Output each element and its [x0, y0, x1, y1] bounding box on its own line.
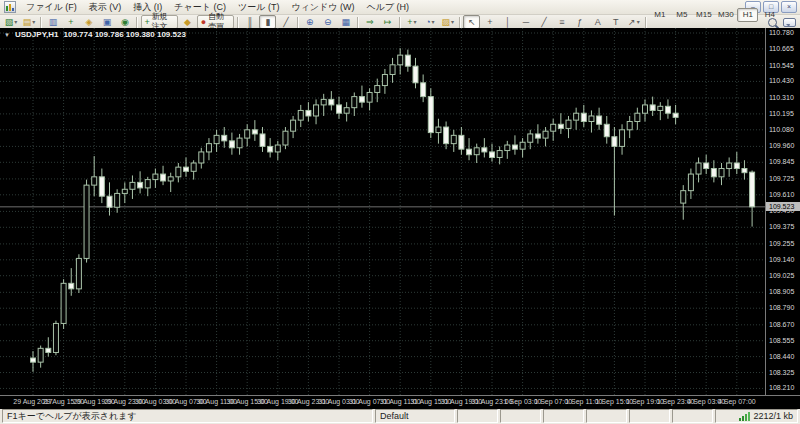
chart-shift-icon: ↦	[384, 17, 392, 27]
price-axis[interactable]: 110.780110.665110.545110.430110.310110.1…	[765, 28, 800, 395]
status-profile[interactable]: Default	[375, 409, 455, 423]
tile-windows-icon: ▦	[342, 17, 351, 27]
text-button[interactable]: A	[589, 15, 606, 29]
templates-button[interactable]: ▨▾	[439, 15, 456, 29]
horizontal-line-button[interactable]: ─	[517, 15, 534, 29]
chart-symbol-period: USDJPY,H1	[15, 30, 59, 39]
collapse-icon[interactable]: ▼	[4, 32, 10, 38]
dropdown-caret-icon: ▾	[637, 17, 640, 27]
menu-tools[interactable]: ツール (T)	[232, 0, 285, 15]
chart-ohlc-values: 109.774 109.786 109.380 109.523	[64, 30, 186, 39]
price-axis-label: 110.310	[769, 94, 794, 101]
status-cell-empty	[457, 409, 498, 423]
profiles-icon: ▤	[23, 17, 32, 27]
price-axis-label: 108.790	[769, 304, 794, 311]
market-watch-button[interactable]: ▥	[45, 15, 62, 29]
price-axis-label: 109.610	[769, 191, 794, 198]
strategy-tester-icon: ◉	[121, 17, 129, 27]
crosshair-icon: +	[487, 17, 492, 27]
toolbar-separator	[399, 17, 401, 28]
price-axis-label: 109.725	[769, 175, 794, 182]
bar-chart-icon: ║	[247, 17, 253, 27]
horizontal-line-icon: ─	[523, 17, 529, 27]
bar-chart-button[interactable]: ║	[241, 15, 258, 29]
vertical-line-icon: │	[505, 17, 511, 27]
candlestick-chart[interactable]	[0, 28, 765, 395]
data-window-button[interactable]: +	[63, 15, 80, 29]
timeframe-m5-button[interactable]: M5	[671, 8, 692, 22]
price-axis-label: 110.780	[769, 29, 794, 36]
toolbar-separator	[136, 17, 138, 28]
dropdown-caret-icon: ▾	[451, 17, 454, 27]
market-watch-icon: ▥	[49, 17, 58, 27]
connection-signal-icon	[739, 411, 750, 421]
price-axis-label: 109.960	[769, 142, 794, 149]
fibonacci-button[interactable]: ƒ	[571, 15, 588, 29]
candlestick-chart-icon: ▮	[265, 17, 270, 27]
auto-scroll-button[interactable]: ⇒	[361, 15, 378, 29]
toolbar-separator	[645, 17, 647, 28]
new-order-icon: +	[145, 17, 150, 27]
terminal-button[interactable]: ▣	[99, 15, 116, 29]
price-axis-label: 108.670	[769, 321, 794, 328]
new-chart-button[interactable]: ▧▾	[3, 15, 20, 29]
tile-windows-button[interactable]: ▦	[337, 15, 354, 29]
profiles-button[interactable]: ▤▾	[21, 15, 38, 29]
crosshair-button[interactable]: +	[481, 15, 498, 29]
line-chart-button[interactable]: ╱	[277, 15, 294, 29]
equidistant-channel-button[interactable]: ≡	[553, 15, 570, 29]
timeframe-m1-button[interactable]: M1	[649, 8, 670, 22]
status-connection: 2212/1 kb	[715, 409, 798, 423]
new-order-button[interactable]: +新規注文	[141, 15, 178, 29]
time-axis[interactable]: 29 Aug 201729 Aug 15:0029 Aug 19:0029 Au…	[0, 395, 800, 409]
timeframe-h1-button[interactable]: H1	[737, 8, 758, 22]
trendline-button[interactable]: ╱	[535, 15, 552, 29]
price-axis-label: 108.905	[769, 288, 794, 295]
price-axis-label: 109.845	[769, 158, 794, 165]
toolbar-right	[768, 15, 796, 29]
chart-window[interactable]: ▼ USDJPY,H1 109.774 109.786 109.380 109.…	[0, 28, 800, 408]
indicators-button[interactable]: +▾	[403, 15, 420, 29]
dropdown-caret-icon: ▾	[32, 17, 35, 27]
auto-scroll-icon: ⇒	[366, 17, 374, 27]
candlestick-chart-button[interactable]: ▮	[259, 15, 276, 29]
connection-traffic: 2212/1 kb	[753, 411, 793, 421]
search-icon[interactable]	[768, 18, 777, 27]
toolbar-separator	[297, 17, 299, 28]
vertical-line-button[interactable]: │	[499, 15, 516, 29]
autotrading-button[interactable]: ●自動売買	[197, 15, 235, 29]
menu-help[interactable]: ヘルプ (H)	[360, 0, 415, 15]
arrows-icon: ↗	[628, 17, 636, 27]
price-axis-label: 110.080	[769, 126, 794, 133]
menu-file[interactable]: ファイル (F)	[20, 0, 83, 15]
navigator-button[interactable]: ◈	[81, 15, 98, 29]
new-chart-icon: ▧	[5, 17, 14, 27]
dropdown-caret-icon: ▾	[14, 17, 17, 27]
zoom-out-icon: ⊖	[324, 17, 332, 27]
text-label-button[interactable]: T	[607, 15, 624, 29]
price-axis-label: 108.555	[769, 337, 794, 344]
arrows-button[interactable]: ↗▾	[625, 15, 642, 29]
timeframe-m15-button[interactable]: M15	[693, 8, 714, 22]
text-label-icon: T	[613, 17, 619, 27]
chart-shift-button[interactable]: ↦	[379, 15, 396, 29]
zoom-out-button[interactable]: ⊖	[319, 15, 336, 29]
status-cell-empty	[586, 409, 627, 423]
cursor-button[interactable]: ↖	[463, 15, 480, 29]
periods-button[interactable]: ◔▾	[421, 15, 438, 29]
price-axis-label: 108.210	[769, 384, 794, 391]
menu-window[interactable]: ウィンドウ (W)	[285, 0, 360, 15]
dropdown-caret-icon: ▾	[413, 17, 416, 27]
price-axis-label: 110.430	[769, 77, 794, 84]
strategy-tester-button[interactable]: ◉	[117, 15, 134, 29]
fibonacci-icon: ƒ	[577, 17, 582, 27]
toolbar-separator	[237, 17, 239, 28]
menu-view[interactable]: 表示 (V)	[83, 0, 128, 15]
timeframe-m30-button[interactable]: M30	[715, 8, 736, 22]
terminal-icon: ▣	[103, 17, 112, 27]
price-axis-label: 110.195	[769, 110, 794, 117]
chat-icon[interactable]	[783, 18, 796, 27]
zoom-in-button[interactable]: ⊕	[301, 15, 318, 29]
metaeditor-button[interactable]: ◆	[179, 15, 196, 29]
trendline-icon: ╱	[541, 17, 546, 27]
